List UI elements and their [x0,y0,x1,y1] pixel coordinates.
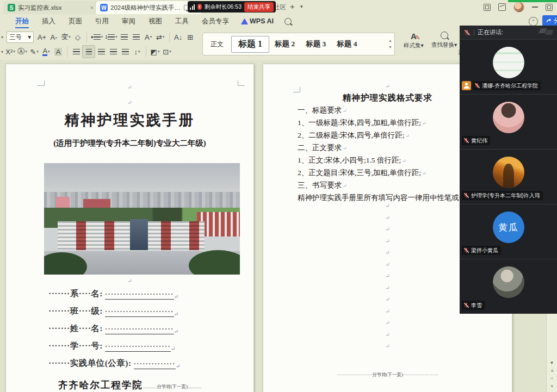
style-set-button[interactable]: A✎ 样式集▾ [404,32,424,49]
style-gallery-scroll[interactable]: ▲▼ [386,39,394,49]
style-body-text[interactable]: 正文 [203,38,231,51]
increase-indent-button[interactable] [131,31,143,43]
numbered-list-button[interactable]: 1▾ [104,31,119,43]
participant-tile[interactable]: 护理学(专升本二年制)许入玮 [460,149,557,204]
increase-font-button[interactable]: A+ [36,31,48,43]
participant-avatar: 黄瓜 [493,211,524,243]
cover-subtitle: (适用于护理学(专升本二年制)专业大二年级) [6,138,253,148]
menu-view[interactable]: 视图 [148,15,162,28]
phonetic-guide-button[interactable]: 变▾ [60,31,72,43]
field-department: ·······系····名: ······················· ↵ [48,288,253,300]
end-share-button[interactable]: 结束共享 [244,2,274,12]
browse-object-icon[interactable]: ○ [550,376,553,381]
mic-muted-icon [463,302,469,308]
tab-document[interactable]: W 2024级精神护理实践手册.doc × [96,1,201,14]
menu-insert[interactable]: 插入 [42,15,55,28]
menu-member[interactable]: 会员专享 [202,15,229,28]
vertical-scrollbar[interactable]: ▼ » ○ » [546,311,557,392]
new-tab-button[interactable]: + [290,2,295,11]
font-size-combo[interactable]: 三号 ▾ [7,32,34,43]
highlight-color-button[interactable]: ✎▾ [28,46,40,58]
shading-button[interactable]: ◩▾ [149,46,161,58]
line-spacing-button[interactable]: ↕▾ [131,46,143,58]
character-shading-button[interactable]: A [52,46,64,58]
field-practice-unit: ·······实践单位(公章): ·············· ↵ [48,358,253,369]
document-page-1[interactable]: ↵ ↵ 精神护理实践手册 (适用于护理学(专升本二年制)专业大二年级) ↵ ··… [5,64,254,392]
spreadsheet-app-icon: S [8,4,15,11]
tab-list-dropdown[interactable]: ▾ [300,4,303,9]
enclose-character-button[interactable]: Ⓐ▾ [16,46,28,58]
participant-name: 黄纪伟 [471,137,487,145]
bullet-list-icon [94,34,101,40]
tab-close-icon[interactable]: × [90,4,94,11]
menu-page[interactable]: 页面 [69,15,82,28]
participant-name: 梁拌小黄瓜 [471,247,498,254]
title-bar: S 实习监控表.xlsx × W 2024级精神护理实践手册.doc × ! 剩… [0,0,557,14]
field-class: ·······班····级: ······················· ↵ [48,306,253,317]
next-page-icon[interactable]: » [549,384,554,387]
meeting-share-bar: ! 剩余时长06:53 结束共享 [188,1,276,13]
wps-ai-icon [241,18,247,24]
speaking-label: 正在讲话: [478,28,503,36]
decrease-font-button[interactable]: A- [48,31,60,43]
font-color-button[interactable]: A▾ [40,46,52,58]
clear-format-button[interactable]: ◇ [72,31,84,43]
align-right-button[interactable] [95,46,107,58]
crop-mark [38,80,45,86]
mic-muted-icon [474,83,480,89]
search-icon[interactable] [284,18,292,25]
style-heading-3[interactable]: 标题 3 [300,37,331,51]
participant-tile[interactable]: 黄瓜 梁拌小黄瓜 [460,204,557,259]
align-center-icon [86,49,92,54]
borders-button[interactable]: ⊡▾ [161,46,173,58]
style-heading-4[interactable]: 标题 4 [331,37,362,51]
share-button[interactable]: 分享 [542,15,557,27]
font-name-dropdown[interactable]: ▾ [1,35,3,40]
style-heading-1[interactable]: 标题 1 [231,36,269,53]
menu-review[interactable]: 审阅 [122,15,135,28]
participant-avatar [493,266,524,298]
tab-marks-button[interactable]: ⊞ [184,31,196,43]
paragraph-mark: ↵ [385,84,389,89]
find-replace-button[interactable]: 查找替换▾ [431,32,457,49]
restore-window-button[interactable] [546,4,553,11]
cover-footer: 齐齐哈尔工程学院 ............分节符(下一页)...........… [6,378,253,391]
upload-cloud-icon[interactable]: ⌃ [529,17,538,26]
cut-toolbar-dropdown[interactable]: ▾ [1,49,3,54]
decrease-indent-icon [121,34,128,40]
menu-home[interactable]: 开始 [15,15,29,28]
asian-layout-button[interactable]: ⇄▾ [154,31,166,43]
layout-switch-icon[interactable] [484,4,491,11]
wps-ai-button[interactable]: WPS AI [241,17,274,25]
cover-title: 精神护理实践手册 [6,110,253,130]
previous-page-icon[interactable]: » [549,369,554,372]
menu-tools[interactable]: 工具 [175,15,189,28]
align-left-button[interactable] [70,46,82,58]
participant-avatar [493,157,524,188]
school-name: 齐齐哈尔工程学院 [58,378,143,391]
meeting-app-logo [540,28,554,35]
align-center-button[interactable] [82,45,95,58]
sort-button[interactable]: A↓ [172,31,184,43]
bullet-list-button[interactable]: •▾ [90,31,104,43]
superscript-button[interactable]: X²▾ [4,46,16,58]
screen-share-border [508,0,557,2]
meeting-participants-panel: 正在讲话: 潘娜-齐齐哈尔工程学院 黄纪伟 护理学(专升本二年制)许入玮 黄瓜 [460,26,557,311]
workspace-icon[interactable] [498,3,506,11]
user-avatar[interactable] [513,2,524,13]
crop-mark [238,80,245,86]
participant-tile[interactable]: 李雪 [460,259,557,314]
style-heading-2[interactable]: 标题 2 [269,37,300,51]
menu-reference[interactable]: 引用 [95,15,109,28]
scroll-down-icon[interactable]: ▼ [550,361,554,365]
participant-tile[interactable]: 黄纪伟 [460,94,557,149]
campus-photo [44,163,240,275]
magnifier-icon [441,32,448,39]
text-direction-button[interactable]: A▾ [143,31,154,43]
minimize-button[interactable] [532,7,538,8]
justify-button[interactable] [107,46,119,58]
tab-spreadsheet[interactable]: S 实习监控表.xlsx × [3,1,98,14]
participant-tile[interactable]: 潘娜-齐齐哈尔工程学院 [460,39,557,94]
decrease-indent-button[interactable] [119,31,131,43]
distribute-button[interactable] [119,46,131,58]
